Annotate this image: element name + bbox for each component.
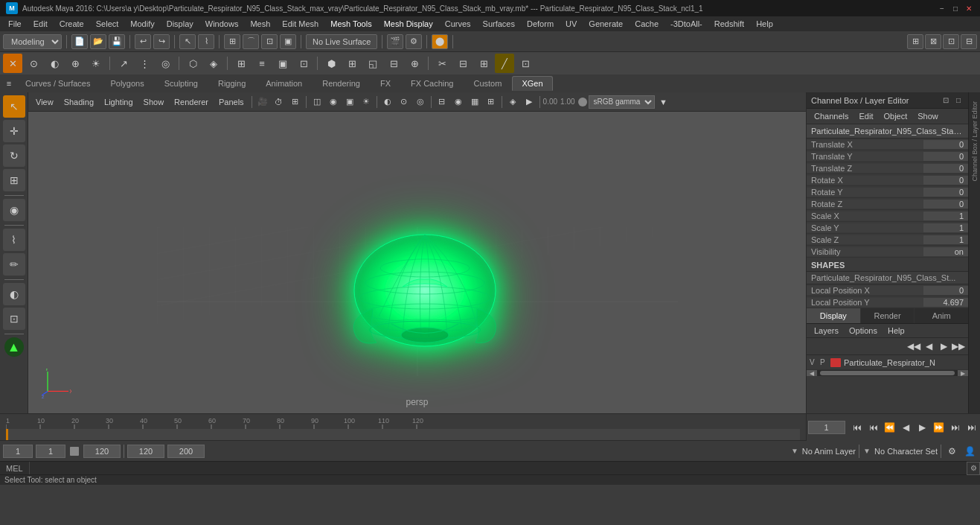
menu-mesh[interactable]: Mesh bbox=[245, 18, 275, 30]
channel-scale-z[interactable]: Scale Z 1 bbox=[807, 234, 968, 246]
cb-menu-edit[interactable]: Edit bbox=[854, 111, 877, 121]
menu-windows[interactable]: Windows bbox=[200, 18, 244, 30]
snap-surface-button[interactable]: ▣ bbox=[280, 34, 296, 49]
settings-icon[interactable]: ⚙ bbox=[944, 444, 959, 459]
channel-translate-z[interactable]: Translate Z 0 bbox=[807, 162, 968, 174]
vp-menu-show[interactable]: Show bbox=[139, 96, 169, 108]
ao-icon[interactable]: ⊙ bbox=[397, 95, 411, 109]
max-frame-input[interactable] bbox=[167, 445, 205, 458]
pb-next-frame[interactable]: ⏩ bbox=[932, 420, 947, 435]
circle-button[interactable]: ⬤ bbox=[432, 34, 448, 49]
paint-select[interactable]: ✏ bbox=[3, 253, 25, 276]
mel-script-button[interactable]: ⚙ bbox=[967, 462, 980, 475]
maximize-button[interactable]: □ bbox=[950, 3, 961, 13]
menu-cache[interactable]: Cache bbox=[630, 18, 664, 30]
gamma-arrow[interactable]: ▼ bbox=[656, 95, 671, 109]
menu-redshift[interactable]: Redshift bbox=[709, 18, 749, 30]
vp-menu-renderer[interactable]: Renderer bbox=[170, 96, 213, 108]
show-manip[interactable]: ◉ bbox=[3, 199, 25, 221]
vp-menu-shading[interactable]: Shading bbox=[60, 96, 98, 108]
menu-mesh-tools[interactable]: Mesh Tools bbox=[325, 18, 377, 30]
tab-rendering[interactable]: Rendering bbox=[313, 76, 370, 91]
lasso-select-button[interactable]: ⌇ bbox=[198, 34, 214, 49]
layer-playback[interactable]: P bbox=[820, 358, 830, 366]
pb-prev-frame[interactable]: ⏪ bbox=[883, 420, 897, 435]
cb-menu-channels[interactable]: Channels bbox=[810, 111, 853, 121]
select-tool-button[interactable]: ↖ bbox=[179, 34, 196, 49]
component-mode-button[interactable]: ◐ bbox=[45, 54, 64, 73]
settings2-button[interactable]: ≡ bbox=[252, 54, 272, 73]
pb-play-fwd[interactable]: ▶ bbox=[915, 420, 930, 435]
cb-menu-object[interactable]: Object bbox=[879, 111, 912, 121]
menu-file[interactable]: File bbox=[3, 18, 27, 30]
res-icon[interactable]: ▦ bbox=[467, 95, 482, 109]
viewport[interactable]: View Shading Lighting Show Renderer Pane… bbox=[28, 92, 806, 413]
hud-icon[interactable]: ⊟ bbox=[435, 95, 449, 109]
layer-visibility[interactable]: V bbox=[810, 358, 820, 366]
playblast-icon[interactable]: ▶ bbox=[522, 95, 537, 109]
frame-end-input[interactable] bbox=[83, 445, 121, 458]
offset-edge-button[interactable]: ⊞ bbox=[474, 54, 493, 73]
vp-menu-view[interactable]: View bbox=[31, 96, 58, 108]
snap-snap-button[interactable]: ◎ bbox=[156, 54, 175, 73]
render-button[interactable]: 🎬 bbox=[387, 34, 403, 49]
pb-prev-key[interactable]: ⏮ bbox=[866, 420, 881, 435]
texture-icon[interactable]: ▣ bbox=[342, 95, 357, 109]
menu-curves[interactable]: Curves bbox=[440, 18, 476, 30]
extrude-button[interactable]: ⊞ bbox=[342, 54, 362, 73]
show-grid-icon[interactable]: ⊞ bbox=[484, 95, 499, 109]
snap-all-button[interactable]: ↗ bbox=[114, 54, 133, 73]
insert-edge-button[interactable]: ⊟ bbox=[453, 54, 473, 73]
tab-animation[interactable]: Animation bbox=[256, 76, 312, 91]
layer-move-down-button[interactable]: ▶▶ bbox=[952, 340, 965, 353]
layout-button-2[interactable]: ⊠ bbox=[925, 34, 941, 49]
paint-button[interactable]: ⬡ bbox=[183, 54, 202, 73]
tab-fx[interactable]: FX bbox=[371, 76, 400, 91]
channel-local-pos-y[interactable]: Local Position Y 4.697 bbox=[807, 296, 968, 308]
soft-mod[interactable]: ◐ bbox=[3, 283, 25, 305]
undo-button[interactable]: ↩ bbox=[135, 34, 151, 49]
snap-point-button[interactable]: ⊡ bbox=[261, 34, 278, 49]
scene-area[interactable]: X Y Z persp bbox=[28, 112, 806, 413]
tab-settings-icon[interactable]: ≡ bbox=[3, 77, 15, 89]
close-button[interactable]: ✕ bbox=[964, 3, 974, 13]
wireframe-icon[interactable]: ◫ bbox=[310, 95, 324, 109]
layout-button-1[interactable]: ⊞ bbox=[907, 34, 923, 49]
vp-menu-lighting[interactable]: Lighting bbox=[100, 96, 138, 108]
layout-button-3[interactable]: ⊡ bbox=[943, 34, 959, 49]
tab-polygons[interactable]: Polygons bbox=[100, 76, 153, 91]
layer-menu-help[interactable]: Help bbox=[883, 325, 909, 336]
layer-scrollbar[interactable] bbox=[820, 371, 955, 375]
merge-button[interactable]: ⊕ bbox=[405, 54, 424, 73]
timeline-ruler[interactable]: 1 10 20 30 40 50 bbox=[0, 414, 806, 440]
frame-start-input[interactable] bbox=[3, 445, 33, 458]
snap-curve-button[interactable]: ⌒ bbox=[243, 34, 259, 49]
render-mode-icon[interactable]: ◈ bbox=[505, 95, 520, 109]
pb-play-back[interactable]: ◀ bbox=[899, 420, 914, 435]
cut-button[interactable]: ✂ bbox=[432, 54, 452, 73]
gamma-select[interactable]: sRGB gamma bbox=[589, 95, 655, 109]
move-tool[interactable]: ✛ bbox=[3, 120, 25, 142]
menu-3dtoall[interactable]: -3DtoAll- bbox=[665, 18, 708, 30]
bridge-button[interactable]: ⊟ bbox=[384, 54, 403, 73]
polygon-button[interactable]: ⬢ bbox=[321, 54, 341, 73]
multicut-button[interactable]: ╱ bbox=[495, 54, 514, 73]
channel-box-controls[interactable]: ⊡ □ bbox=[941, 95, 964, 106]
tab-display[interactable]: Display bbox=[807, 308, 861, 323]
history-button[interactable]: ⊞ bbox=[231, 54, 251, 73]
scroll-left-button[interactable]: ◀ bbox=[807, 370, 817, 376]
render-settings-button[interactable]: ⚙ bbox=[406, 34, 422, 49]
channel-translate-x[interactable]: Translate X 0 bbox=[807, 139, 968, 150]
vertex-mode-button[interactable]: ⊕ bbox=[65, 54, 85, 73]
layer-create-button[interactable]: ◀◀ bbox=[907, 340, 920, 353]
channel-rotate-x[interactable]: Rotate X 0 bbox=[807, 174, 968, 186]
channel-scale-x[interactable]: Scale X 1 bbox=[807, 210, 968, 222]
bevel-button[interactable]: ◱ bbox=[363, 54, 382, 73]
outliner-button[interactable]: ⊡ bbox=[294, 54, 313, 73]
smooth-shade-icon[interactable]: ◉ bbox=[326, 95, 341, 109]
no-live-surface-button[interactable]: No Live Surface bbox=[306, 34, 377, 49]
layout-button-4[interactable]: ⊟ bbox=[961, 34, 977, 49]
layer-move-up-button[interactable]: ▶ bbox=[937, 340, 950, 353]
object-mode-button[interactable]: ⊙ bbox=[24, 54, 43, 73]
menu-edit-mesh[interactable]: Edit Mesh bbox=[277, 18, 324, 30]
